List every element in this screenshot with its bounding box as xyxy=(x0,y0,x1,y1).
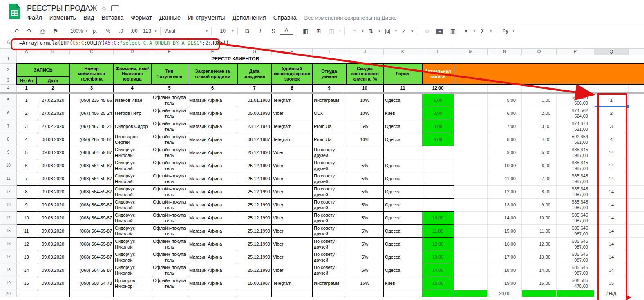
cell[interactable]: (068) 564-59-87 xyxy=(70,251,114,264)
cell[interactable]: Сидорчук Николай xyxy=(114,212,151,225)
column-header-e[interactable]: E xyxy=(151,49,188,55)
cell[interactable]: Инстаграмм xyxy=(313,277,346,290)
cell[interactable]: 2,00 xyxy=(522,107,557,120)
cell[interactable] xyxy=(629,238,644,251)
cell[interactable]: 685 645 987,00 xyxy=(557,146,594,159)
cell[interactable] xyxy=(384,290,422,297)
cell[interactable]: 09.03.2020 xyxy=(36,251,70,264)
cell[interactable]: 09.03.2020 xyxy=(36,212,70,225)
cell[interactable]: 9,00 xyxy=(522,199,557,212)
vertical-align-icon[interactable]: ⇅ xyxy=(364,27,378,36)
cell[interactable]: 09.03.2020 xyxy=(36,146,70,159)
cell[interactable]: Сидорчук Николай xyxy=(114,251,151,264)
header-zapis[interactable]: ЗАПИСЬ xyxy=(17,63,70,77)
cell[interactable]: (068) 564-59-87 xyxy=(70,264,114,277)
cell[interactable]: 25.12.1990 xyxy=(237,251,272,264)
cell[interactable]: Сидорчук Николай xyxy=(114,238,151,251)
cell[interactable]: 12 xyxy=(17,238,36,251)
cell[interactable]: (067) 456-25-24 xyxy=(70,107,114,120)
cell[interactable]: 15,00 xyxy=(488,225,522,238)
cell[interactable]: 8,00 xyxy=(488,133,522,146)
font-size-select[interactable]: 10 xyxy=(215,27,231,36)
row-header[interactable]: 16 xyxy=(0,238,17,251)
cell[interactable]: Сидорчук Николай xyxy=(114,199,151,212)
cell[interactable] xyxy=(454,120,488,133)
cell[interactable]: Telegram xyxy=(272,94,313,107)
menu-insert[interactable]: Вставка xyxy=(98,14,127,21)
undo-icon[interactable]: ↶ xyxy=(10,27,23,36)
cell[interactable] xyxy=(346,146,384,159)
cell[interactable]: 5% xyxy=(346,251,384,264)
cell[interactable]: 15 xyxy=(17,277,36,290)
row-header[interactable]: 19 xyxy=(0,277,17,290)
cell[interactable]: Viber xyxy=(272,172,313,186)
cell[interactable]: 14 xyxy=(17,264,36,277)
cell[interactable] xyxy=(629,225,644,238)
cell[interactable]: 09.03.2020 xyxy=(36,277,70,290)
header-city[interactable]: Город xyxy=(384,63,422,84)
increase-decimal-button[interactable]: .00 xyxy=(127,27,141,36)
cell[interactable]: Магазин Афина xyxy=(188,94,237,107)
cell[interactable]: Viber xyxy=(272,251,313,264)
cell[interactable]: 14 xyxy=(594,238,629,251)
column-header-g[interactable]: G xyxy=(237,49,272,55)
cell[interactable]: 3 xyxy=(70,84,114,92)
cell[interactable]: Магазин Афина xyxy=(188,212,237,225)
cell[interactable]: 14 xyxy=(594,251,629,264)
cell[interactable] xyxy=(454,159,488,172)
currency-format-button[interactable]: р. xyxy=(88,27,101,36)
cell[interactable]: 3,00 xyxy=(522,120,557,133)
menu-format[interactable]: Формат xyxy=(127,14,156,21)
cell[interactable]: 15,00 xyxy=(422,277,454,290)
cell[interactable]: 19,00 xyxy=(488,277,522,290)
cell[interactable]: По совету друзей xyxy=(313,225,346,238)
cell[interactable] xyxy=(629,133,644,146)
column-header-j[interactable]: J xyxy=(346,49,384,55)
cell[interactable]: 12,00 xyxy=(522,238,557,251)
cell[interactable]: (050) 235-45-66 xyxy=(70,94,114,107)
cell[interactable]: 14 xyxy=(594,172,629,186)
cell[interactable]: 09.03.2020 xyxy=(36,159,70,172)
cell[interactable] xyxy=(629,277,644,290)
row-header[interactable]: 7 xyxy=(0,120,17,133)
cell[interactable] xyxy=(629,186,644,199)
sheets-logo-icon[interactable] xyxy=(9,4,20,21)
cell[interactable]: Офлайн-покупатель xyxy=(151,107,188,120)
table-title[interactable]: РЕЕСТР КЛИЕНТОВ xyxy=(17,55,454,64)
header-date[interactable]: Дата xyxy=(36,77,70,84)
cell[interactable]: 4 xyxy=(114,84,151,92)
cell[interactable] xyxy=(454,133,488,146)
cell[interactable]: 20,00 xyxy=(488,290,522,297)
text-wrap-icon[interactable]: |а| xyxy=(381,27,394,36)
cell[interactable]: (068) 564-59-87 xyxy=(70,186,114,199)
cell[interactable]: 25.12.1990 xyxy=(237,225,272,238)
header-num[interactable]: № п/п xyxy=(17,77,36,84)
cell[interactable]: 09.03.2020 xyxy=(36,238,70,251)
paint-format-icon[interactable]: ⚑ xyxy=(49,27,62,36)
row-header[interactable]: 15 xyxy=(0,225,17,238)
cell[interactable]: 2,00 xyxy=(422,107,454,120)
cell[interactable]: По совету друзей xyxy=(313,212,346,225)
cell[interactable]: По совету друзей xyxy=(313,146,346,159)
filter-icon[interactable]: ▼ xyxy=(459,27,472,36)
cell[interactable]: (068) 564-59-87 xyxy=(70,172,114,186)
functions-button[interactable]: Σ xyxy=(476,27,489,36)
cell[interactable]: 1,00 xyxy=(522,94,557,107)
text-color-button[interactable]: A xyxy=(280,27,293,35)
cell[interactable] xyxy=(629,159,644,172)
row-header[interactable]: 9 xyxy=(0,146,17,159)
cell[interactable]: 685 645 987,00 xyxy=(557,212,594,225)
cell[interactable]: Сидорчук Николай xyxy=(114,159,151,172)
cell[interactable]: 7,00 xyxy=(522,172,557,186)
select-all-corner[interactable] xyxy=(0,49,17,55)
cell[interactable]: 27.02.2020 xyxy=(36,120,70,133)
cell[interactable]: Одесса xyxy=(384,120,422,133)
cell[interactable]: 2 xyxy=(594,107,629,120)
row-header[interactable]: 10 xyxy=(0,159,17,172)
cell[interactable]: 3 xyxy=(17,120,36,133)
column-header-p[interactable]: P xyxy=(557,49,594,55)
cell[interactable]: 7,00 xyxy=(488,120,522,133)
cell[interactable] xyxy=(629,199,644,212)
menu-addons[interactable]: Дополнения xyxy=(229,14,270,21)
cell[interactable]: Магазин Афина xyxy=(188,107,237,120)
